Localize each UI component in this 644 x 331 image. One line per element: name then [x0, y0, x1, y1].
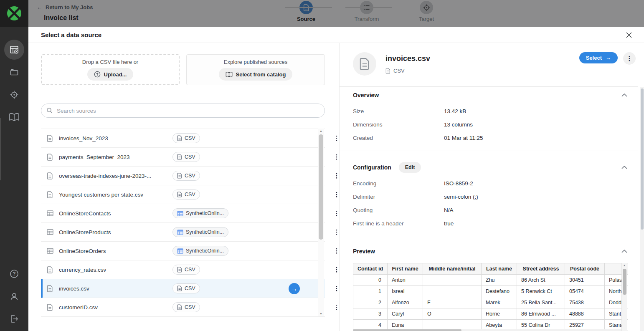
badge-label: CSV [185, 135, 195, 141]
badge-label: CSV [185, 267, 195, 273]
table-cell: F [423, 297, 482, 308]
nav-help[interactable]: ? [4, 264, 24, 284]
badge-label: CSV [185, 192, 195, 197]
csv-badge-icon [177, 135, 182, 141]
csv-file-icon [47, 154, 53, 161]
nav-account[interactable] [4, 286, 24, 306]
divider [340, 236, 638, 236]
kv-row: EncodingISO-8859-2 [353, 177, 627, 190]
source-row[interactable]: customerID.csvCSV⋮ [41, 298, 325, 317]
csv-file-icon [47, 191, 53, 198]
csv-dropzone[interactable]: Drop a CSV file here or Upload... [41, 54, 180, 85]
collapse-preview-icon[interactable] [621, 250, 627, 253]
kv-label: First line is a header [353, 220, 444, 227]
source-list: invoices_Nov_2023CSV⋮payments_September_… [41, 129, 325, 317]
source-row[interactable]: invoices.csvCSV→⋮ [41, 279, 325, 298]
open-source-arrow-button[interactable]: → [289, 283, 300, 294]
close-icon[interactable] [625, 31, 633, 39]
scroll-up-icon[interactable]: ▲ [622, 264, 627, 267]
source-type-badge: CSV [172, 302, 200, 312]
preview-table-scrollbar[interactable]: ▲ [621, 263, 627, 331]
source-list-scrollbar[interactable]: ▲ ▼ [318, 129, 324, 316]
arrow-right-icon: → [291, 285, 297, 292]
table-cell: Horne [482, 308, 517, 320]
nav-targets[interactable] [4, 85, 24, 105]
synthetic-table-icon [177, 248, 183, 254]
nav-projects[interactable] [4, 62, 24, 82]
source-row[interactable]: OnlineStoreProductsSyntheticOnlin...⋮ [41, 223, 325, 242]
app-logo-clover-icon[interactable] [4, 3, 24, 23]
table-icon [47, 229, 53, 235]
source-row[interactable]: invoices_Nov_2023CSV⋮ [41, 129, 325, 148]
modal-title: Select a data source [41, 31, 101, 38]
table-row: 2AlfonzoFMarek25 Bella Sant...75438Dodd [353, 297, 628, 308]
scroll-down-icon[interactable]: ▼ [318, 311, 324, 316]
table-cell: Caryl [388, 308, 423, 320]
scrollbar-thumb[interactable] [623, 269, 626, 295]
csv-file-icon [47, 135, 53, 142]
select-button[interactable]: Select → [579, 52, 618, 63]
source-row[interactable]: payments_September_2023CSV⋮ [41, 148, 325, 167]
column-header: Postal code [565, 263, 605, 275]
nav-catalog[interactable] [4, 107, 24, 127]
preview-table-hscrollbar[interactable] [353, 329, 621, 331]
jobs-grid-icon [9, 45, 19, 55]
collapse-overview-icon[interactable] [621, 93, 627, 97]
table-cell: Destefano [482, 286, 517, 297]
source-type-badge: SyntheticOnlin... [172, 227, 228, 237]
overview-title: Overview [353, 92, 379, 99]
nav-logout[interactable] [4, 309, 24, 329]
overview-section-header: Overview [353, 92, 627, 99]
source-row[interactable]: OnlineStoreOrdersSyntheticOnlin...⋮ [41, 242, 325, 260]
table-cell [423, 286, 482, 297]
collapse-configuration-icon[interactable] [621, 166, 627, 169]
table-cell: Alfonzo [388, 297, 423, 308]
edit-configuration-button[interactable]: Edit [399, 162, 421, 173]
scroll-up-icon[interactable]: ▲ [318, 129, 324, 134]
column-header: Last name [482, 263, 517, 275]
detail-kebab-menu[interactable]: ⋮ [623, 52, 636, 65]
table-cell: 75438 [565, 297, 605, 308]
source-row[interactable]: OnlineStoreContactsSyntheticOnlin...⋮ [41, 204, 325, 223]
source-name: OnlineStoreProducts [59, 229, 172, 235]
kv-value: 01 Mar at 11:25 [444, 135, 483, 141]
logout-icon [9, 314, 19, 324]
source-type-badge: CSV [172, 152, 200, 162]
table-cell: Anton [388, 275, 423, 286]
csv-file-icon [47, 285, 53, 292]
table-cell: 86 Elmwood ... [517, 308, 565, 320]
search-input[interactable] [57, 108, 319, 114]
source-row[interactable]: overseas-trade-indexes-june-2023-...CSV⋮ [41, 167, 325, 185]
scrollbar-thumb[interactable] [319, 134, 323, 240]
app-sidebar: ? [0, 0, 28, 331]
badge-label: CSV [185, 154, 195, 160]
kv-value: 13 columns [444, 121, 473, 128]
table-cell: 1 [353, 286, 388, 297]
csv-file-icon [47, 172, 53, 179]
dropzone-text: Drop a CSV file here or [82, 59, 138, 65]
source-name: invoices.csv [59, 286, 172, 292]
source-name: overseas-trade-indexes-june-2023-... [59, 173, 172, 179]
source-type-badge: CSV [172, 133, 200, 143]
detail-pane-scrollbar[interactable] [640, 87, 644, 331]
nav-jobs[interactable] [4, 40, 24, 60]
csv-file-icon [47, 304, 53, 311]
table-cell: 86 Arch St [517, 275, 565, 286]
scrollbar-thumb[interactable] [641, 88, 644, 230]
csv-badge-icon [177, 286, 182, 291]
source-row[interactable]: Youngest customers per state.csvCSV⋮ [41, 185, 325, 204]
upload-button[interactable]: Upload... [87, 68, 134, 81]
table-cell: Marek [482, 297, 517, 308]
select-from-catalog-button[interactable]: Select from catalog [219, 68, 293, 81]
kv-row: QuotingN/A [353, 203, 627, 217]
catalog-text: Explore published sources [224, 59, 287, 65]
table-row: 0AntonZhu86 Arch St30451Pulas [353, 275, 628, 286]
upload-icon [94, 71, 101, 78]
scrollbar-thumb[interactable] [353, 329, 461, 331]
table-cell: 3 [353, 308, 388, 320]
source-row[interactable]: currency_rates.csvCSV⋮ [41, 260, 325, 279]
configuration-rows: EncodingISO-8859-2Delimitersemi-colon (;… [353, 177, 627, 230]
badge-label: SyntheticOnlin... [186, 248, 224, 254]
source-detail-pane: invoices.csv CSV Select → ⋮ Overview Siz… [340, 43, 644, 331]
sidebar-scrollbar[interactable] [0, 118, 1, 180]
